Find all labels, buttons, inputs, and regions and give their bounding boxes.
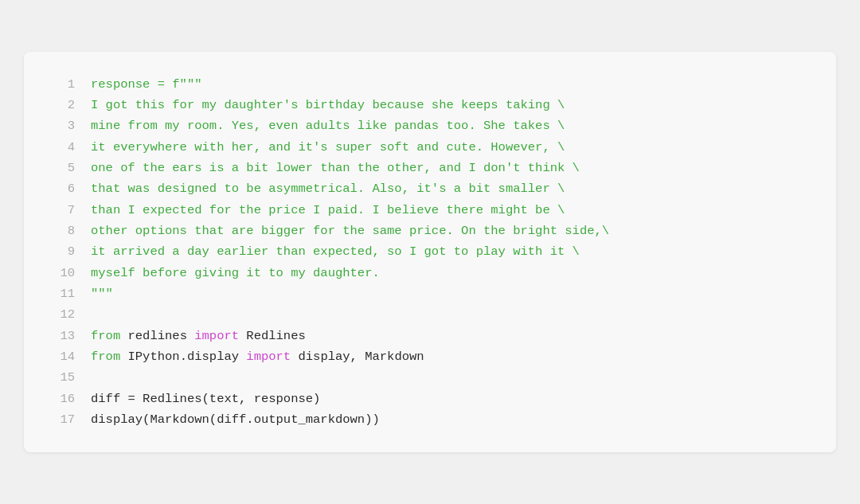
line-number: 4 xyxy=(53,137,75,158)
code-line: 9it arrived a day earlier than expected,… xyxy=(53,241,807,262)
code-token: display(Markdown(diff.output_markdown)) xyxy=(91,409,380,430)
line-number: 12 xyxy=(53,304,75,325)
code-token: Redlines xyxy=(239,326,306,346)
line-number: 7 xyxy=(53,200,75,221)
code-token: from xyxy=(91,346,120,367)
code-line: 11""" xyxy=(53,283,807,304)
code-line: 1response = f""" xyxy=(53,74,807,95)
code-line: 4it everywhere with her, and it's super … xyxy=(53,137,807,158)
code-line: 8other options that are bigger for the s… xyxy=(53,221,807,241)
code-line: 16diff = Redlines(text, response) xyxy=(53,389,807,409)
line-number: 17 xyxy=(53,409,75,430)
line-number: 3 xyxy=(53,115,75,136)
code-line: 12 xyxy=(53,304,807,325)
line-number: 13 xyxy=(53,326,75,346)
line-number: 1 xyxy=(53,74,75,95)
code-token: mine from my room. Yes, even adults like… xyxy=(91,115,565,136)
code-line: 13from redlines import Redlines xyxy=(53,326,807,346)
line-number: 8 xyxy=(53,221,75,241)
code-token: redlines xyxy=(120,326,194,346)
line-number: 9 xyxy=(53,241,75,262)
code-token: IPython.display xyxy=(120,346,246,367)
code-token: I got this for my daughter's birthday be… xyxy=(91,95,565,115)
code-token: import xyxy=(194,326,239,346)
code-token: it everywhere with her, and it's super s… xyxy=(91,137,565,158)
code-container: 1response = f"""2I got this for my daugh… xyxy=(24,52,836,453)
code-line: 14from IPython.display import display, M… xyxy=(53,346,807,367)
code-line: 15 xyxy=(53,367,807,388)
code-token: that was designed to be asymmetrical. Al… xyxy=(91,178,565,199)
code-token: myself before giving it to my daughter. xyxy=(91,263,380,283)
code-token: it arrived a day earlier than expected, … xyxy=(91,241,580,262)
line-number: 16 xyxy=(53,389,75,409)
code-token: from xyxy=(91,326,120,346)
code-line: 7than I expected for the price I paid. I… xyxy=(53,200,807,221)
line-number: 15 xyxy=(53,367,75,388)
code-line: 5one of the ears is a bit lower than the… xyxy=(53,158,807,178)
code-token: response = f""" xyxy=(91,74,202,95)
line-number: 11 xyxy=(53,283,75,304)
code-token: one of the ears is a bit lower than the … xyxy=(91,158,580,178)
line-number: 6 xyxy=(53,178,75,199)
code-line: 10myself before giving it to my daughter… xyxy=(53,263,807,283)
line-number: 5 xyxy=(53,158,75,178)
code-line: 17display(Markdown(diff.output_markdown)… xyxy=(53,409,807,430)
code-line: 3mine from my room. Yes, even adults lik… xyxy=(53,115,807,136)
code-line: 2I got this for my daughter's birthday b… xyxy=(53,95,807,115)
code-block: 1response = f"""2I got this for my daugh… xyxy=(53,74,807,431)
code-token: than I expected for the price I paid. I … xyxy=(91,200,565,221)
code-token: other options that are bigger for the sa… xyxy=(91,221,609,241)
code-token: """ xyxy=(91,283,113,304)
code-token: import xyxy=(246,346,291,367)
line-number: 10 xyxy=(53,263,75,283)
code-token: display, Markdown xyxy=(291,346,424,367)
code-line: 6that was designed to be asymmetrical. A… xyxy=(53,178,807,199)
line-number: 2 xyxy=(53,95,75,115)
code-token: diff = Redlines(text, response) xyxy=(91,389,320,409)
line-number: 14 xyxy=(53,346,75,367)
